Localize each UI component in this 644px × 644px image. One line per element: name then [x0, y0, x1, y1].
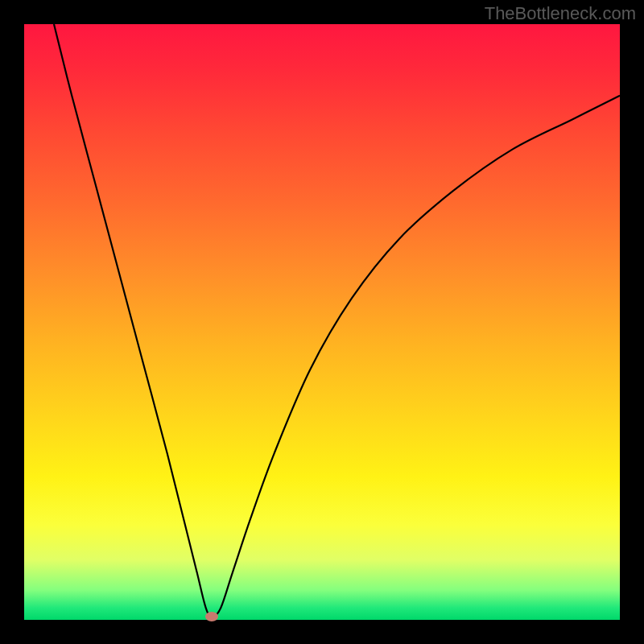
minimum-marker	[205, 612, 218, 621]
curve-svg	[24, 24, 620, 620]
bottleneck-curve	[54, 24, 620, 617]
chart-area	[24, 24, 620, 620]
watermark-label: TheBottleneck.com	[485, 3, 636, 24]
